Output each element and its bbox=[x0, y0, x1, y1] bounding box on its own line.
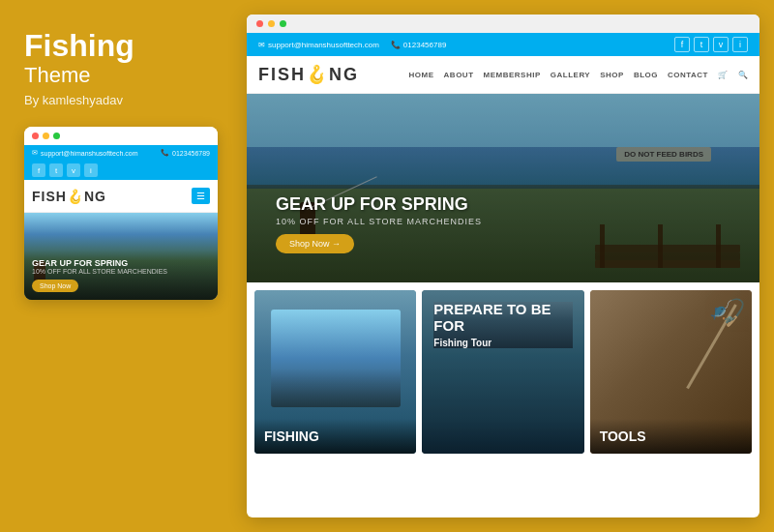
desktop-nav-links: HOME ABOUT MEMBERSHIP GALLERY SHOP BLOG … bbox=[409, 71, 748, 79]
mobile-top-bar bbox=[24, 127, 218, 145]
desktop-email-icon: ✉ bbox=[258, 41, 265, 49]
card-fishing-label: FISHING bbox=[264, 429, 406, 444]
mobile-phone: 📞 0123456789 bbox=[161, 149, 210, 157]
nav-blog[interactable]: BLOG bbox=[634, 71, 658, 79]
desktop-hero: DO NOT FEED BIRDS GEAR UP FOR SPRING 10%… bbox=[247, 94, 759, 282]
search-icon[interactable]: 🔍 bbox=[738, 71, 749, 79]
card-fishing: FISHING bbox=[254, 290, 416, 454]
hero-overlay bbox=[247, 94, 759, 282]
hook-icon: 🪝 bbox=[67, 189, 84, 204]
mobile-hero-title: GEAR UP FOR SPRING bbox=[32, 258, 210, 268]
dot-yellow bbox=[43, 133, 49, 139]
nav-membership[interactable]: MEMBERSHIP bbox=[484, 71, 541, 79]
mobile-email: ✉ support@himanshusofttech.com bbox=[32, 149, 138, 157]
email-icon: ✉ bbox=[32, 149, 38, 157]
desktop-hook-icon: 🪝 bbox=[306, 65, 329, 84]
theme-title-fishing: Fishing bbox=[24, 29, 216, 63]
mobile-social-bar: f t v i bbox=[24, 161, 218, 180]
card-prepare-title: PREPARE TO BE FOR bbox=[433, 302, 572, 334]
mobile-info-bar: ✉ support@himanshusofttech.com 📞 0123456… bbox=[24, 145, 218, 161]
hero-title: GEAR UP FOR SPRING bbox=[276, 194, 482, 215]
desktop-email: ✉ support@himanshusofttech.com bbox=[258, 41, 379, 49]
mobile-shop-button[interactable]: Shop Now bbox=[32, 280, 78, 292]
mobile-mockup: ✉ support@himanshusofttech.com 📞 0123456… bbox=[24, 127, 218, 300]
desktop-title-bar bbox=[247, 15, 759, 33]
theme-title-theme: Theme bbox=[24, 63, 216, 88]
mobile-nav: FISH🪝NG ☰ bbox=[24, 180, 218, 213]
desktop-logo: FISH🪝NG bbox=[258, 64, 359, 85]
theme-author: By kamleshyadav bbox=[24, 93, 216, 107]
desktop-phone: 📞 0123456789 bbox=[391, 41, 447, 49]
desktop-facebook-icon[interactable]: f bbox=[674, 37, 690, 52]
desktop-dot-yellow bbox=[268, 20, 275, 27]
mobile-hero-sub: 10% OFF FOR ALL STORE MARCHENDIES bbox=[32, 268, 210, 275]
card-fishing-content: FISHING bbox=[254, 419, 416, 454]
card-prepare-sub: Fishing Tour bbox=[433, 338, 572, 348]
card-prepare: PREPARE TO BE FOR Fishing Tour bbox=[422, 290, 583, 454]
desktop-vimeo-icon[interactable]: v bbox=[713, 37, 729, 52]
desktop-mockup: ✉ support@himanshusofttech.com 📞 0123456… bbox=[247, 15, 759, 517]
phone-icon: 📞 bbox=[161, 149, 169, 157]
desktop-nav: FISH🪝NG HOME ABOUT MEMBERSHIP GALLERY SH… bbox=[247, 56, 759, 94]
dot-green bbox=[53, 133, 60, 139]
nav-contact[interactable]: CONTACT bbox=[668, 71, 708, 79]
mobile-facebook-icon: f bbox=[32, 163, 45, 177]
desktop-phone-icon: 📞 bbox=[391, 41, 401, 49]
desktop-dot-red bbox=[256, 20, 263, 27]
bottom-cards: FISHING PREPARE TO BE FOR Fishing Tour 🎣… bbox=[247, 282, 759, 461]
card-prepare-content: PREPARE TO BE FOR Fishing Tour bbox=[433, 302, 572, 348]
mobile-twitter-icon: t bbox=[49, 163, 63, 177]
nav-shop[interactable]: SHOP bbox=[600, 71, 624, 79]
hero-text-area: GEAR UP FOR SPRING 10% OFF FOR ALL STORE… bbox=[276, 194, 482, 253]
nav-gallery[interactable]: GALLERY bbox=[551, 71, 590, 79]
hero-shop-button[interactable]: Shop Now bbox=[276, 234, 354, 253]
mobile-hero: GEAR UP FOR SPRING 10% OFF FOR ALL STORE… bbox=[24, 213, 218, 300]
desktop-info-bar: ✉ support@himanshusofttech.com 📞 0123456… bbox=[247, 33, 759, 56]
nav-about[interactable]: ABOUT bbox=[444, 71, 474, 79]
mobile-hero-overlay: GEAR UP FOR SPRING 10% OFF FOR ALL STORE… bbox=[24, 251, 218, 300]
card-tools-label: TOOLS bbox=[600, 429, 742, 444]
mobile-logo: FISH🪝NG bbox=[32, 189, 106, 204]
cart-icon[interactable]: 🛒 bbox=[718, 71, 729, 79]
mobile-vimeo-icon: v bbox=[67, 163, 80, 177]
left-panel: Fishing Theme By kamleshyadav ✉ support@… bbox=[0, 0, 240, 532]
card-tools-content: TOOLS bbox=[590, 419, 752, 454]
hero-subtitle: 10% OFF FOR ALL STORE MARCHENDIES bbox=[276, 217, 482, 226]
desktop-dot-green bbox=[280, 20, 286, 27]
desktop-instagram-icon[interactable]: i bbox=[732, 37, 748, 52]
hamburger-icon[interactable]: ☰ bbox=[192, 188, 210, 204]
dot-red bbox=[32, 133, 39, 139]
desktop-twitter-icon[interactable]: t bbox=[694, 37, 709, 52]
mobile-instagram-icon: i bbox=[84, 163, 98, 177]
card-tools: 🎣 TOOLS bbox=[590, 290, 752, 454]
desktop-info-left: ✉ support@himanshusofttech.com 📞 0123456… bbox=[258, 41, 446, 49]
nav-home[interactable]: HOME bbox=[409, 71, 434, 79]
desktop-social-icons: f t v i bbox=[674, 37, 748, 52]
